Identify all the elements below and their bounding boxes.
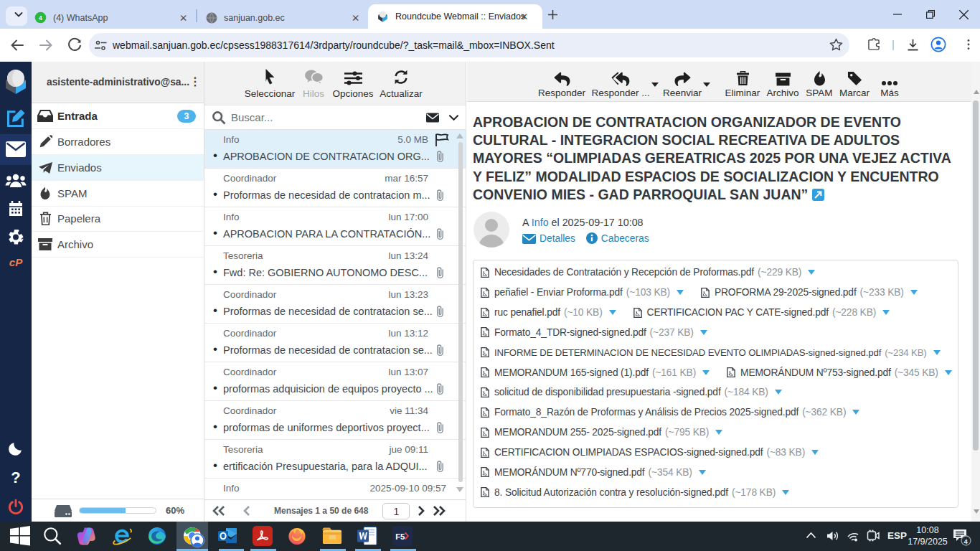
svg-text:4: 4 (963, 537, 968, 545)
svg-text:4: 4 (39, 14, 42, 22)
svg-text:F5: F5 (395, 532, 405, 541)
